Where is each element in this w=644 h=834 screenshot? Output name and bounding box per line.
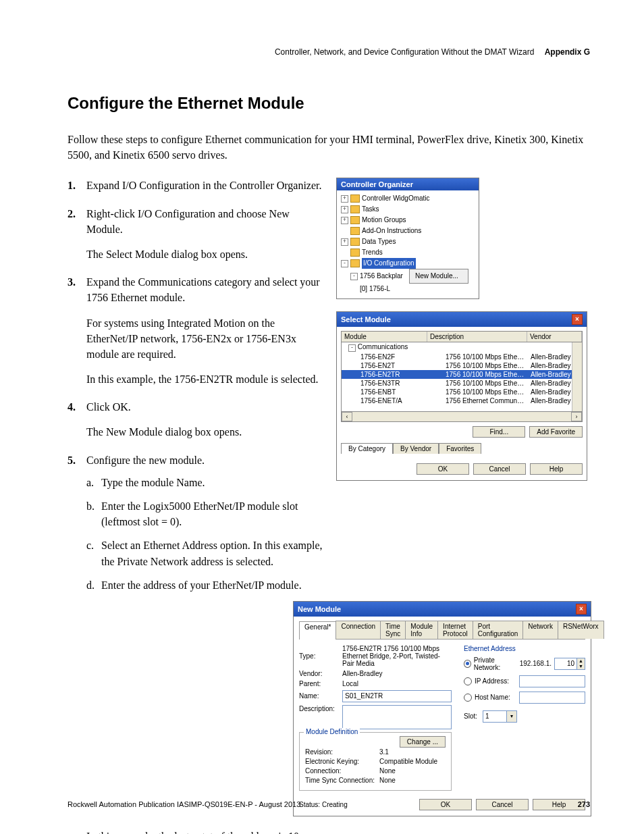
page-footer: Rockwell Automation Publication IASIMP-Q… [68, 800, 590, 808]
new-module-tab[interactable]: Port Configuration [473, 621, 523, 639]
module-row[interactable]: 1756-EN3TR1756 10/100 Mbps Ethernet Brid… [342, 379, 582, 388]
new-module-tab[interactable]: Network [522, 621, 558, 639]
example-note: In this example, the last octet of the a… [86, 829, 590, 834]
add-favorite-button[interactable]: Add Favorite [529, 426, 583, 438]
ethernet-address-label: Ethernet Address [464, 645, 585, 652]
folder-icon [350, 194, 360, 203]
host-name-radio[interactable]: Host Name: [464, 692, 585, 704]
new-module-tabs: General*ConnectionTime SyncModule InfoIn… [299, 621, 585, 640]
running-header: Controller, Network, and Device Configur… [68, 47, 590, 57]
folder-icon [350, 227, 360, 235]
page-title: Configure the Ethernet Module [68, 94, 590, 113]
module-list: Module Description Vendor - Communicatio… [341, 331, 583, 412]
collapse-icon[interactable]: - [341, 260, 348, 267]
chevron-down-icon[interactable]: ▾ [506, 711, 516, 722]
step-5d: Enter the address of your EtherNet/IP mo… [86, 577, 324, 593]
scroll-right-icon[interactable]: › [571, 412, 582, 421]
module-row[interactable]: 1756-ENET/A1756 Ethernet Communication I… [342, 396, 582, 405]
folder-icon [350, 259, 360, 267]
organizer-titlebar: Controller Organizer [337, 178, 479, 190]
new-module-tab[interactable]: Connection [336, 621, 381, 639]
new-module-dialog: New Module × General*ConnectionTime Sync… [293, 601, 591, 816]
horizontal-scrollbar[interactable]: ‹› [341, 412, 583, 422]
module-row[interactable]: 1756-EN2F1756 10/100 Mbps Ethernet Bridg… [342, 353, 582, 361]
slot-select[interactable]: 1▾ [483, 710, 517, 723]
module-definition-group: Module Definition Change ... Revision:3.… [299, 732, 452, 791]
tab-by-category[interactable]: By Category [341, 443, 393, 454]
module-row[interactable]: 1756-EN2TR1756 10/100 Mbps Ethernet Brid… [342, 370, 582, 379]
folder-icon [350, 249, 360, 257]
page-number: 273 [578, 800, 590, 808]
expand-icon[interactable]: + [341, 238, 348, 246]
collapse-icon[interactable]: - [348, 344, 356, 352]
folder-icon [350, 205, 360, 213]
vertical-scrollbar[interactable] [572, 342, 582, 411]
ip-address-radio[interactable]: IP Address: [464, 675, 585, 687]
vendor-value: Allen-Bradley [342, 670, 382, 677]
ip-address-input[interactable] [519, 675, 585, 687]
spin-down-icon[interactable]: ▼ [576, 664, 585, 669]
new-module-tab[interactable]: RSNetWorx [558, 621, 604, 639]
new-module-tab[interactable]: General* [299, 621, 336, 640]
tab-by-vendor[interactable]: By Vendor [393, 443, 439, 454]
controller-organizer-panel: Controller Organizer +Controller WidgOma… [336, 178, 479, 299]
step-2: Right-click I/O Configuration and choose… [68, 206, 324, 263]
expand-icon[interactable]: + [341, 206, 348, 213]
context-menu-new-module[interactable]: New Module... [409, 269, 468, 284]
step-5b: Enter the Logix5000 EtherNet/IP module s… [86, 498, 324, 529]
scroll-left-icon[interactable]: ‹ [342, 412, 352, 421]
name-input[interactable]: S01_EN2TR [342, 690, 452, 702]
select-module-dialog: Select Module × Module Description Vendo… [336, 311, 587, 481]
host-name-input[interactable] [519, 692, 585, 704]
organizer-tree[interactable]: +Controller WidgOmatic +Tasks +Motion Gr… [337, 190, 479, 298]
private-network-radio[interactable]: Private Network: 192.168.1. 10▲▼ [464, 656, 585, 671]
new-module-tab[interactable]: Time Sync [380, 621, 406, 639]
step-5c: Select an Ethernet Address option. In th… [86, 538, 324, 569]
step-1: Expand I/O Configuration in the Controll… [68, 178, 324, 193]
expand-icon[interactable]: + [341, 217, 348, 224]
appendix-label: Appendix G [545, 47, 590, 57]
cancel-button[interactable]: Cancel [473, 463, 526, 475]
parent-value: Local [342, 680, 358, 687]
change-button[interactable]: Change ... [400, 736, 446, 748]
collapse-icon[interactable]: - [350, 273, 358, 280]
new-module-tab[interactable]: Internet Protocol [437, 621, 473, 639]
select-module-titlebar: Select Module × [337, 312, 587, 327]
close-icon[interactable]: × [572, 314, 583, 325]
module-list-header: Module Description Vendor [342, 332, 582, 342]
private-network-octet-input[interactable]: 10▲▼ [554, 658, 585, 670]
step-5: Configure the new module. Type the modul… [68, 452, 324, 593]
module-list-rows[interactable]: - Communications 1756-EN2F1756 10/100 Mb… [342, 342, 582, 411]
description-input[interactable] [342, 705, 452, 729]
module-row[interactable]: 1756-ENBT1756 10/100 Mbps Ethernet Bridg… [342, 388, 582, 396]
step-4: Click OK. The New Module dialog box open… [68, 399, 324, 440]
io-configuration-node[interactable]: I/O Configuration [362, 258, 416, 269]
module-row[interactable]: 1756-EN2T1756 10/100 Mbps Ethernet Bridg… [342, 361, 582, 370]
expand-icon[interactable]: + [341, 195, 348, 203]
ok-button[interactable]: OK [417, 463, 469, 475]
help-button[interactable]: Help [530, 463, 583, 475]
close-icon[interactable]: × [576, 604, 587, 615]
spin-up-icon[interactable]: ▲ [576, 658, 585, 664]
folder-icon [350, 216, 360, 224]
step-3: Expand the Communications category and s… [68, 274, 324, 387]
folder-icon [350, 238, 360, 246]
step-5a: Type the module Name. [86, 475, 324, 490]
type-value: 1756-EN2TR 1756 10/100 Mbps Ethernet Bri… [342, 645, 452, 667]
new-module-tab[interactable]: Module Info [405, 621, 438, 639]
chapter-title: Controller, Network, and Device Configur… [275, 47, 534, 57]
tab-favorites[interactable]: Favorites [439, 443, 481, 454]
publication-id: Rockwell Automation Publication IASIMP-Q… [68, 800, 300, 808]
find-button[interactable]: Find... [473, 426, 525, 438]
intro-paragraph: Follow these steps to configure Ethernet… [68, 132, 590, 163]
